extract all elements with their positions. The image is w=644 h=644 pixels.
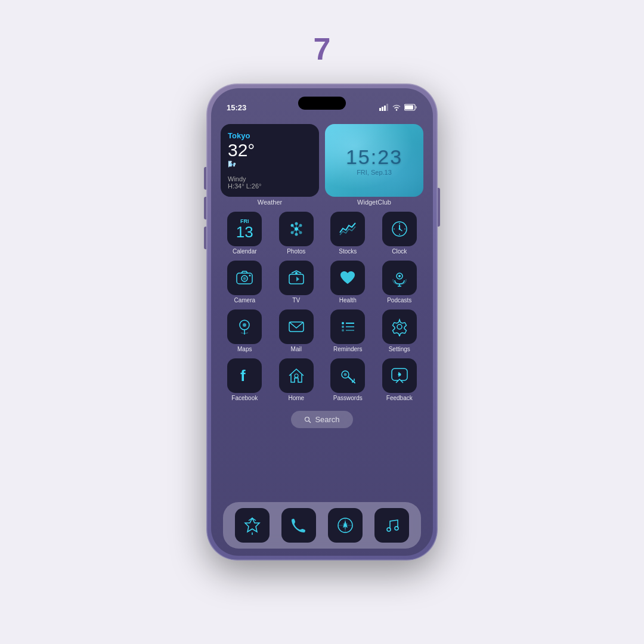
mail-label: Mail <box>291 346 302 352</box>
svg-rect-7 <box>416 106 417 109</box>
svg-point-8 <box>295 227 298 231</box>
svg-point-40 <box>243 323 246 327</box>
app-item-feedback[interactable]: ! Feedback <box>376 358 424 401</box>
maps-label: Maps <box>237 346 252 352</box>
camera-icon <box>227 261 262 295</box>
camera-label: Camera <box>234 297 255 304</box>
svg-point-67 <box>395 527 398 530</box>
svg-text:f: f <box>240 367 246 385</box>
app-item-maps[interactable]: Maps <box>221 309 269 352</box>
dock-safari[interactable] <box>328 508 363 543</box>
app-item-camera[interactable]: Camera <box>221 261 269 304</box>
weather-label: Weather <box>221 199 319 206</box>
status-time: 15:23 <box>227 103 246 112</box>
svg-line-19 <box>293 230 295 232</box>
svg-point-9 <box>295 222 298 225</box>
app-item-reminders[interactable]: Reminders <box>324 309 372 352</box>
signal-icon <box>379 104 389 111</box>
app-grid: FRI 13 Calendar <box>221 212 423 401</box>
app-item-podcasts[interactable]: Podcasts <box>376 261 424 304</box>
clock-widget-label: WidgetClub <box>325 199 423 206</box>
svg-rect-6 <box>405 106 413 110</box>
phone-screen: 15:23 <box>211 88 433 556</box>
mail-icon <box>279 309 314 344</box>
feedback-icon: ! <box>382 358 417 393</box>
health-icon <box>330 261 365 295</box>
svg-point-28 <box>398 228 400 230</box>
dock-appstore[interactable] <box>235 508 270 543</box>
feedback-label: Feedback <box>386 395 413 401</box>
reminders-icon <box>330 309 365 344</box>
calendar-icon: FRI 13 <box>227 212 262 246</box>
settings-label: Settings <box>389 346 410 352</box>
stocks-label: Stocks <box>339 248 357 255</box>
svg-point-4 <box>396 109 397 110</box>
calendar-label: Calendar <box>233 248 257 255</box>
svg-rect-1 <box>382 107 383 111</box>
weather-widget-container: Tokyo 32° 🌬️ Windy H:34° L:26° Weather <box>221 124 319 206</box>
home-content: Tokyo 32° 🌬️ Windy H:34° L:26° Weather <box>211 118 433 556</box>
page-number: 7 <box>314 31 331 67</box>
wind-icon: 🌬️ <box>228 160 236 168</box>
home-icon <box>279 358 314 393</box>
podcasts-label: Podcasts <box>387 297 411 304</box>
photos-label: Photos <box>287 248 305 255</box>
svg-point-42 <box>342 322 344 324</box>
widget-row: Tokyo 32° 🌬️ Windy H:34° L:26° Weather <box>221 124 423 206</box>
dock-music[interactable] <box>374 508 409 543</box>
app-item-passwords[interactable]: Passwords <box>324 358 372 401</box>
tv-label: TV <box>292 297 300 304</box>
weather-high-low: H:34° L:26° <box>228 182 262 190</box>
app-item-calendar[interactable]: FRI 13 Calendar <box>221 212 269 255</box>
svg-point-46 <box>342 329 344 332</box>
search-text: Search <box>315 415 339 424</box>
app-item-home[interactable]: Home <box>273 358 321 401</box>
svg-line-60 <box>309 421 311 423</box>
svg-rect-2 <box>384 106 386 111</box>
svg-rect-0 <box>379 108 381 111</box>
svg-point-44 <box>342 326 344 328</box>
app-item-health[interactable]: Health <box>324 261 372 304</box>
status-icons <box>379 104 417 111</box>
search-pill[interactable]: Search <box>291 411 352 428</box>
passwords-icon <box>330 358 365 393</box>
svg-line-17 <box>298 230 300 231</box>
weather-city: Tokyo <box>228 131 250 140</box>
clock-date: FRI, Sep.13 <box>357 169 392 176</box>
svg-point-12 <box>295 233 298 236</box>
clock-widget-container: 15:23 FRI, Sep.13 WidgetClub <box>325 124 423 206</box>
svg-line-16 <box>298 227 299 228</box>
clock-label: Clock <box>392 248 407 255</box>
app-item-facebook[interactable]: f Facebook <box>221 358 269 401</box>
phone-outer: 15:23 <box>206 83 438 561</box>
app-item-tv[interactable]: TV <box>273 261 321 304</box>
svg-point-36 <box>398 275 401 277</box>
app-item-photos[interactable]: Photos <box>273 212 321 255</box>
maps-icon <box>227 309 262 344</box>
passwords-label: Passwords <box>333 395 363 401</box>
app-item-clock[interactable]: Clock <box>376 212 424 255</box>
svg-rect-3 <box>386 104 388 111</box>
svg-point-13 <box>290 231 293 234</box>
svg-point-31 <box>243 277 246 280</box>
search-bar[interactable]: Search <box>221 411 423 428</box>
app-item-stocks[interactable]: Stocks <box>324 212 372 255</box>
svg-point-55 <box>344 373 347 376</box>
tv-icon <box>279 261 314 295</box>
clock-icon <box>382 212 417 246</box>
clock-widget[interactable]: 15:23 FRI, Sep.13 <box>325 124 423 197</box>
svg-point-32 <box>249 275 251 277</box>
app-item-mail[interactable]: Mail <box>273 309 321 352</box>
weather-condition: Windy <box>228 175 262 182</box>
clock-time: 15:23 <box>346 145 402 169</box>
weather-temp: 32° <box>228 141 255 159</box>
health-label: Health <box>339 297 357 304</box>
weather-widget[interactable]: Tokyo 32° 🌬️ Windy H:34° L:26° <box>221 124 319 197</box>
search-icon <box>304 416 311 423</box>
app-item-settings[interactable]: Settings <box>376 309 424 352</box>
weather-condition-row: 🌬️ <box>228 160 262 168</box>
svg-point-48 <box>397 324 402 329</box>
stocks-icon <box>330 212 365 246</box>
dock-phone[interactable] <box>281 508 316 543</box>
photos-icon <box>279 212 314 246</box>
